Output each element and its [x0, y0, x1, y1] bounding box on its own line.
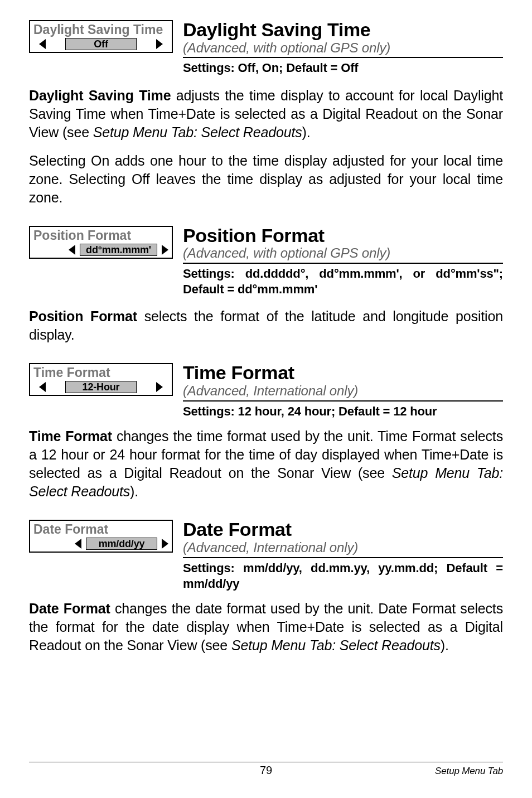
body-bold: Daylight Saving Time	[29, 88, 171, 103]
menu-widget: Time Format 12-Hour	[29, 363, 173, 396]
menu-widget-label: Daylight Saving Time	[30, 21, 172, 38]
body-paragraph: Time Format changes the time format used…	[29, 427, 503, 501]
section-settings: Settings: Off, On; Default = Off	[183, 60, 503, 76]
triangle-right-icon	[162, 539, 168, 549]
divider	[183, 400, 503, 402]
body-paragraph: Selecting On adds one hour to the time d…	[29, 152, 503, 207]
menu-widget-value: dd°mm.mmm'	[80, 244, 157, 256]
triangle-right-icon	[162, 245, 168, 255]
menu-widget-label: Time Format	[30, 364, 172, 381]
divider	[183, 557, 503, 558]
footer-label: Setup Menu Tab	[435, 766, 503, 777]
body-paragraph: Date Format changes the date format used…	[29, 599, 503, 655]
body-paragraph: Position Format selects the format of th…	[29, 307, 503, 344]
section-title: Date Format	[183, 520, 503, 540]
body-bold: Position Format	[29, 308, 137, 324]
body-bold: Date Format	[29, 601, 110, 616]
section-date-format: Date Format mm/dd/yy Date Format (Advanc…	[29, 520, 503, 655]
menu-widget-label: Date Format	[30, 521, 172, 538]
page-number: 79	[260, 764, 272, 777]
triangle-left-icon	[39, 39, 46, 49]
section-title: Time Format	[183, 363, 503, 383]
menu-widget: Daylight Saving Time Off	[29, 20, 173, 53]
section-settings: Settings: 12 hour, 24 hour; Default = 12…	[183, 404, 503, 419]
divider	[183, 57, 503, 58]
section-subtitle: (Advanced, with optional GPS only)	[183, 245, 503, 262]
menu-widget-value: mm/dd/yy	[86, 538, 157, 550]
section-title: Position Format	[183, 226, 503, 246]
section-subtitle: (Advanced, International only)	[183, 540, 503, 556]
body-text: ).	[441, 637, 449, 653]
menu-widget: Date Format mm/dd/yy	[29, 520, 173, 553]
menu-widget: Position Format dd°mm.mmm'	[29, 226, 173, 259]
divider	[183, 263, 503, 264]
section-settings: Settings: dd.ddddd°, dd°mm.mmm', or dd°m…	[183, 266, 503, 297]
triangle-left-icon	[69, 245, 75, 255]
page-footer: 79 Setup Menu Tab	[29, 762, 503, 777]
body-text: ).	[302, 124, 311, 140]
section-subtitle: (Advanced, International only)	[183, 383, 503, 399]
triangle-right-icon	[156, 39, 163, 49]
section-time-format: Time Format 12-Hour Time Format (Advance…	[29, 363, 503, 501]
body-text: ).	[130, 483, 138, 499]
section-settings: Settings: mm/dd/yy, dd.mm.yy, yy.mm.dd; …	[183, 560, 503, 592]
section-subtitle: (Advanced, with optional GPS only)	[183, 40, 503, 56]
menu-widget-value: 12-Hour	[65, 381, 137, 393]
body-italic: Setup Menu Tab: Select Readouts	[93, 124, 302, 140]
section-daylight-saving-time: Daylight Saving Time Off Daylight Saving…	[29, 20, 503, 207]
menu-widget-value: Off	[65, 38, 137, 50]
triangle-left-icon	[39, 382, 46, 392]
body-bold: Time Format	[29, 428, 112, 444]
section-title: Daylight Saving Time	[183, 20, 503, 40]
body-italic: Setup Menu Tab: Select Readouts	[231, 637, 441, 653]
triangle-left-icon	[75, 539, 81, 549]
section-position-format: Position Format dd°mm.mmm' Position Form…	[29, 226, 503, 345]
menu-widget-label: Position Format	[30, 227, 172, 244]
triangle-right-icon	[156, 382, 163, 392]
body-paragraph: Daylight Saving Time adjusts the time di…	[29, 86, 503, 142]
